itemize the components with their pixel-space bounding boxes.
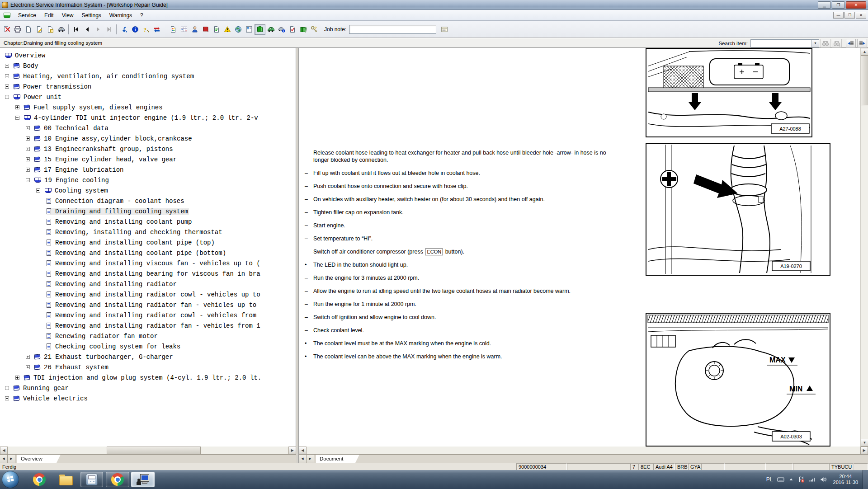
tree-item[interactable]: Removing and installing radiator xyxy=(0,279,296,289)
menu-item-edit[interactable]: Edit xyxy=(40,11,58,20)
jump-next-topic-button[interactable] xyxy=(857,39,867,48)
scrollbar-thumb[interactable] xyxy=(861,56,868,105)
tab-document[interactable]: Document xyxy=(316,455,359,463)
tree-item[interactable]: Cooling system xyxy=(0,185,296,196)
warning-icon[interactable] xyxy=(222,24,233,35)
tab-scroll-right-icon[interactable]: ▶ xyxy=(8,455,15,463)
chevron-down-icon[interactable]: ▼ xyxy=(811,40,819,47)
keyboard-icon[interactable] xyxy=(777,476,785,483)
tree-item[interactable]: 4-cylinder TDI unit injector engine (1.9… xyxy=(0,113,296,123)
customer-icon[interactable] xyxy=(189,24,200,35)
taskbar-calculator-button[interactable] xyxy=(80,472,103,487)
tree-item[interactable]: 26 Exhaust system xyxy=(0,362,296,372)
scroll-left-icon[interactable]: ◀ xyxy=(299,447,307,454)
scroll-left-icon[interactable]: ◀ xyxy=(0,447,8,454)
table-icon[interactable] xyxy=(179,24,189,35)
action-center-flag-icon[interactable] xyxy=(797,476,805,483)
show-desktop-button[interactable] xyxy=(863,470,868,489)
taskbar-clock[interactable]: 20:44 2016-11-30 xyxy=(833,474,858,485)
taskbar-explorer-icon[interactable] xyxy=(59,475,72,484)
taskbar-chrome-icon[interactable] xyxy=(33,473,46,486)
scrollbar-thumb[interactable] xyxy=(107,447,201,454)
tree-item[interactable]: Removing, installing and checking thermo… xyxy=(0,227,296,237)
jump-previous-topic-button[interactable] xyxy=(846,39,856,48)
tree-item[interactable]: Heating, ventilation, air conditioning s… xyxy=(0,71,296,81)
search-value[interactable] xyxy=(751,40,811,47)
nav-previous-icon[interactable] xyxy=(82,24,93,35)
tree-item[interactable]: Connection diagram - coolant hoses xyxy=(0,196,296,206)
new-document-icon[interactable] xyxy=(23,24,34,35)
document-vertical-scrollbar[interactable]: ▲ ▼ xyxy=(860,48,868,447)
expand-plus-icon[interactable] xyxy=(26,147,30,151)
tree-item[interactable]: 21 Exhaust turbocharger, G-charger xyxy=(0,352,296,362)
parts-document-icon[interactable] xyxy=(168,24,179,35)
taskbar-chrome-button[interactable] xyxy=(106,472,129,487)
menu-item-warnings[interactable]: Warnings xyxy=(105,11,136,20)
menu-item-view[interactable]: View xyxy=(58,11,78,20)
collapse-minus-icon[interactable] xyxy=(15,116,19,120)
tree-item[interactable]: Removing and installing viscous fan - ve… xyxy=(0,258,296,268)
tree-item[interactable]: Removing and installing coolant pipe (bo… xyxy=(0,248,296,258)
find-next-button[interactable] xyxy=(832,39,842,48)
tree-item[interactable]: Removing and installing radiator fan - v… xyxy=(0,320,296,331)
expand-plus-icon[interactable] xyxy=(26,355,30,359)
help-key-icon[interactable]: ? xyxy=(141,24,151,35)
library-icon[interactable] xyxy=(298,24,309,35)
menu-item-service[interactable]: Service xyxy=(14,11,40,20)
collapse-minus-icon[interactable] xyxy=(5,95,9,99)
copy-document-icon[interactable] xyxy=(45,24,56,35)
network-signal-icon[interactable] xyxy=(808,476,816,483)
scroll-down-icon[interactable]: ▼ xyxy=(861,439,868,447)
tree-horizontal-scrollbar[interactable]: ◀ ▶ xyxy=(0,447,296,454)
checklist-icon[interactable] xyxy=(287,24,298,35)
print-icon[interactable] xyxy=(12,24,23,35)
tree-item[interactable]: Vehicle electrics xyxy=(0,393,296,404)
vehicle-icon[interactable] xyxy=(56,24,66,35)
tree-item[interactable]: Body xyxy=(0,61,296,71)
tree-item[interactable]: Overview xyxy=(0,50,296,61)
search-combobox[interactable]: ▼ xyxy=(750,39,819,47)
expand-plus-icon[interactable] xyxy=(26,365,30,369)
tree-item[interactable]: Renewing radiator fan motor xyxy=(0,331,296,341)
tree-item[interactable]: Removing and installing radiator cowl - … xyxy=(0,310,296,320)
nav-next-icon[interactable] xyxy=(93,24,104,35)
tree-item[interactable]: Removing and installing bearing for visc… xyxy=(0,268,296,279)
minimize-button[interactable]: ▁ xyxy=(818,1,831,9)
menu-item-[interactable]: ? xyxy=(136,11,147,20)
find-previous-button[interactable] xyxy=(821,39,830,48)
expand-plus-icon[interactable] xyxy=(5,64,9,68)
tree-item[interactable]: Draining and filling cooling system xyxy=(0,206,296,216)
expand-plus-icon[interactable] xyxy=(26,136,30,141)
collapse-minus-icon[interactable] xyxy=(36,188,40,193)
return-icon[interactable] xyxy=(119,24,130,35)
tab-overview[interactable]: Overview xyxy=(17,455,61,463)
expand-plus-icon[interactable] xyxy=(5,386,9,390)
tab-scroll-left-icon[interactable]: ◀ xyxy=(299,455,307,463)
tab-scroll-left-icon[interactable]: ◀ xyxy=(0,455,8,463)
tree-item[interactable]: TDI injection and glow plug system (4-cy… xyxy=(0,372,296,383)
expand-plus-icon[interactable] xyxy=(15,105,19,109)
nav-first-icon[interactable] xyxy=(71,24,82,35)
mdi-minimize-button[interactable]: — xyxy=(833,12,844,19)
language-indicator[interactable]: PL xyxy=(766,476,773,483)
tree-item[interactable]: 15 Engine cylinder head, valve gear xyxy=(0,154,296,165)
vehicle-info-icon[interactable] xyxy=(276,24,287,35)
tree-item[interactable]: Running gear xyxy=(0,383,296,393)
tree-item[interactable]: Power transmission xyxy=(0,81,296,92)
tree-item[interactable]: 19 Engine cooling xyxy=(0,175,296,185)
job-note-input[interactable] xyxy=(349,25,436,34)
taskbar-elsa-button[interactable] xyxy=(131,472,155,487)
tree-item[interactable]: 10 Engine assy,cylinder block,crankcase xyxy=(0,133,296,144)
worklist-icon[interactable] xyxy=(211,24,222,35)
form-icon[interactable] xyxy=(244,24,255,35)
close-button[interactable]: ✕ xyxy=(846,1,866,9)
tree-item[interactable]: Fuel supply system, diesel engines xyxy=(0,102,296,113)
tree-item[interactable]: 13 Enginecrankshaft group, pistons xyxy=(0,144,296,154)
expand-plus-icon[interactable] xyxy=(15,376,19,380)
mdi-close-button[interactable]: ✕ xyxy=(856,12,866,19)
volume-icon[interactable] xyxy=(819,476,827,483)
scroll-up-icon[interactable]: ▲ xyxy=(861,48,868,56)
expand-plus-icon[interactable] xyxy=(26,126,30,130)
edit-document-icon[interactable] xyxy=(34,24,45,35)
document-horizontal-scrollbar[interactable]: ◀ ▶ xyxy=(299,447,868,454)
